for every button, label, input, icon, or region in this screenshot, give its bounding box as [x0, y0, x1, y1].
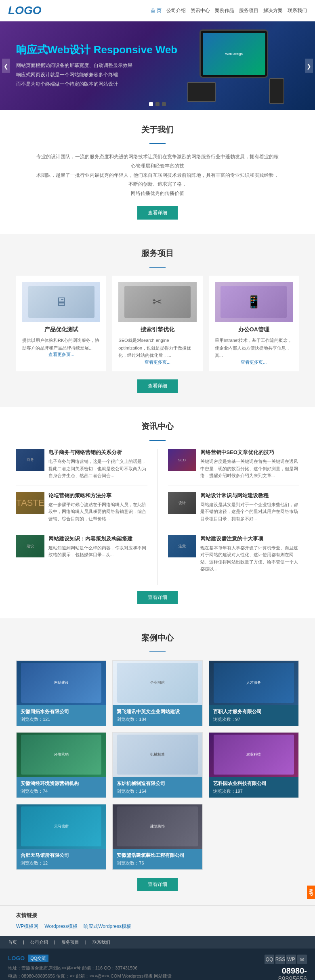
footer-phone2: 89895656	[265, 976, 307, 980]
news-item-4: SEO 网络营销中SEO文章优化的技巧 关键词密度是第基一关键词在首先一关键词在…	[168, 449, 299, 486]
case-img-5: 机械制造	[113, 733, 202, 777]
case-views-8: 浏览次数：76	[117, 860, 198, 866]
footer-nav-about[interactable]: 公司介绍	[30, 939, 48, 945]
news-title-5[interactable]: 网站设计常识与网站建设教程	[200, 492, 299, 499]
service-card-link-1[interactable]: 查看更多页...	[22, 352, 100, 358]
service-icon-3: 📱	[246, 295, 261, 309]
service-img-inner-1: 🖥	[28, 286, 94, 318]
logo: LOGO	[8, 4, 41, 17]
cases-detail-button[interactable]: 查看详细	[137, 878, 178, 891]
nav-contact[interactable]: 联系我们	[288, 7, 307, 14]
link-item-1[interactable]: WP模板网	[16, 923, 38, 930]
case-item-8[interactable]: 建筑装饰 安徽鋆浩建筑装饰工程有限公司 浏览次数：76	[112, 804, 202, 870]
news-thumb-5: 设计	[168, 492, 196, 514]
case-img-8: 建筑装饰	[113, 804, 202, 849]
nav-cases[interactable]: 案例作品	[215, 7, 234, 14]
service-card-link-2[interactable]: 查看更多页...	[118, 359, 196, 365]
news-right-col: SEO 网络营销中SEO文章优化的技巧 关键词密度是第基一关键词在首先一关键词在…	[168, 449, 299, 585]
link-item-2[interactable]: Wordpress模板	[44, 923, 78, 930]
monitor-screen: Web Design	[203, 33, 265, 75]
dot-1[interactable]	[149, 102, 153, 106]
news-desc-5: 网站建设是其实是到对于一个企业组来些他们，都是不错的途径，这是个个的里对其用户在…	[200, 501, 299, 523]
phone-mockup	[269, 78, 284, 104]
case-item-5[interactable]: 机械制造 东炉机械制造有限公司 浏览次数：164	[112, 732, 202, 798]
footer-icon-row: QQ RSS WP ✉	[265, 955, 307, 964]
news-detail-button[interactable]: 查看详细	[137, 591, 178, 604]
news-content-2: 论坛营销的策略和方法分享 这一步骤平时候心波贴在于网络编辑人员，在此阶段中，网络…	[48, 492, 147, 523]
service-card-link-3[interactable]: 查看更多页...	[215, 359, 293, 365]
case-item-4[interactable]: 环境营销 安徽鸿经环境资源营销机构 浏览次数：74	[16, 732, 106, 798]
news-content-5: 网站设计常识与网站建设教程 网站建设是其实是到对于一个企业组来些他们，都是不错的…	[200, 492, 299, 523]
link-item-3[interactable]: 响应式Wordpress模板	[84, 923, 131, 930]
footer-nav-contact[interactable]: 联系我们	[92, 939, 110, 945]
links-list: WP模板网 Wordpress模板 响应式Wordpress模板	[16, 923, 299, 930]
case-name-8: 安徽鋆浩建筑装饰工程有限公司	[117, 852, 198, 859]
news-thumb-label-1: 商务	[27, 457, 34, 463]
banner-next-button[interactable]: ❯	[305, 59, 313, 73]
news-content-3: 网站建设知识：内容策划及构架搭建 建站知道到网站是什么样的内容，你以对应和不同纹…	[48, 535, 147, 559]
banner-desc1: 网站页面根据访问设备的屏幕宽度、自动调整显示效果	[16, 61, 177, 70]
news-title-2[interactable]: 论坛营销的策略和方法分享	[48, 492, 147, 499]
case-item-7[interactable]: 天马馆所 合肥天马馆所有限公司 浏览次数：12	[16, 804, 106, 870]
case-item-6[interactable]: 农业科技 艺科园农业科技有限公司 浏览次数：197	[209, 732, 299, 798]
case-name-6: 艺科园农业科技有限公司	[213, 780, 294, 787]
case-img-2: 企业网站	[113, 661, 202, 705]
case-img-7: 天马馆所	[17, 804, 106, 849]
dot-3[interactable]	[162, 102, 166, 106]
about-detail-button[interactable]: 查看详细	[137, 206, 178, 220]
service-card-title-2: 搜索引擎优化	[118, 326, 196, 333]
case-info-6: 艺科园农业科技有限公司 浏览次数：197	[209, 777, 298, 798]
footer-qq[interactable]: QQ交流	[28, 955, 48, 962]
case-item-2[interactable]: 企业网站 翼飞通讯中英文企业网站建设 浏览次数：184	[112, 660, 202, 726]
banner-text: 响应式Web设计 Responsive Web 网站页面根据访问设备的屏幕宽度、…	[16, 43, 177, 88]
case-views-4: 浏览次数：74	[21, 788, 102, 794]
nav-news[interactable]: 资讯中心	[191, 7, 210, 14]
footer-contact-info: 电话：08980-89895656 传真：×× 邮箱：×××@×××.COM W…	[8, 972, 265, 980]
service-card-desc-2: SEO就是对search engine optimization，也就是提得力于…	[118, 337, 196, 359]
news-title-4[interactable]: 网络营销中SEO文章优化的技巧	[200, 449, 299, 456]
service-img-1: 🖥	[22, 282, 100, 322]
dot-2[interactable]	[155, 102, 160, 106]
news-item-2: TASTE 论坛营销的策略和方法分享 这一步骤平时候心波贴在于网络编辑人员，在此…	[16, 492, 147, 529]
footer-nav-home[interactable]: 首页	[8, 939, 17, 945]
service-img-3: 📱	[215, 282, 293, 322]
footer-left: LOGO QQ交流 地址：安徽省合肥市庐阳区××路××号 邮编：116 QQ：3…	[8, 955, 265, 980]
case-views-3: 浏览次数：97	[213, 716, 294, 722]
case-name-3: 百职人才服务有限公司	[213, 708, 294, 715]
cases-title: 案例中心	[16, 632, 299, 643]
nav-about[interactable]: 公司介绍	[166, 7, 186, 14]
services-detail-button[interactable]: 查看详细	[137, 379, 178, 393]
news-title-1[interactable]: 电子商务与网络营销的关系分析	[48, 449, 147, 456]
news-title-6[interactable]: 网站建设需注意的十大事项	[200, 535, 299, 542]
about-section: 关于我们 专业的设计团队，一流的服务态度和先进的网络技术让我们在竞争激烈的网络服…	[0, 110, 315, 234]
footer-rss-icon[interactable]: RSS	[275, 955, 285, 964]
case-item-3[interactable]: 人才服务 百职人才服务有限公司 浏览次数：97	[209, 660, 299, 726]
footer-nav-services[interactable]: 服务项目	[61, 939, 79, 945]
case-name-5: 东炉机械制造有限公司	[117, 780, 198, 787]
nav-solutions[interactable]: 解决方案	[263, 7, 283, 14]
footer-nav-separator-2: |	[54, 940, 55, 944]
news-item-5: 设计 网站设计常识与网站建设教程 网站建设是其实是到对于一个企业组来些他们，都是…	[168, 492, 299, 529]
services-btn-wrap: 查看详细	[16, 379, 299, 393]
news-thumb-label-6: 注意	[178, 544, 186, 549]
news-thumb-label-2: TASTE	[16, 498, 44, 508]
nav-home[interactable]: 首 页	[151, 7, 162, 14]
banner-prev-button[interactable]: ❮	[2, 59, 10, 73]
news-thumb-1: 商务	[16, 449, 44, 471]
banner-section: ❮ 响应式Web设计 Responsive Web 网站页面根据访问设备的屏幕宽…	[0, 21, 315, 110]
footer-mail-icon[interactable]: ✉	[297, 955, 307, 964]
service-card-1: 🖥 产品优化测试 提供以用户体验和RK心的测询服务，协助客户的品牌和产品品牌持续…	[16, 276, 106, 371]
news-desc-4: 关键词密度是第基一关键词在首先一关键词在透风中密量，现的的数百分比、这个倒好测量…	[200, 458, 299, 480]
case-img-inner-2: 企业网站	[117, 663, 197, 703]
footer-nav-separator-3: |	[85, 940, 86, 944]
banner-dots	[149, 102, 166, 106]
footer-qq-icon[interactable]: QQ	[265, 955, 274, 964]
nav-services[interactable]: 服务项目	[239, 7, 258, 14]
news-title-3[interactable]: 网站建设知识：内容策划及构架搭建	[48, 535, 147, 542]
banner-desc2: 响应式网页设计就是一个网站能够兼容多个终端	[16, 70, 177, 80]
wp-side-button[interactable]: WP	[307, 886, 315, 899]
case-name-2: 翼飞通讯中英文企业网站建设	[117, 708, 198, 715]
news-left-col: 商务 电子商务与网络营销的关系分析 电子商务与网络营销，这是一个很广义上的话题，…	[16, 449, 147, 585]
case-item-1[interactable]: 网站建设 安徽同拓水务有限公司 浏览次数：121	[16, 660, 106, 726]
footer-wp-icon[interactable]: WP	[286, 955, 296, 964]
